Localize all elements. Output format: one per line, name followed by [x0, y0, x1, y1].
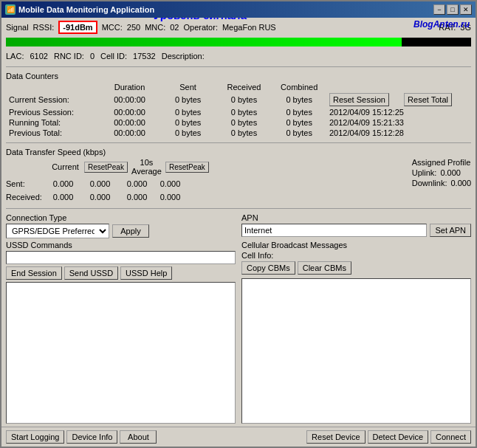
table-row: Running Total: 00:00:00 0 bytes 0 bytes … — [6, 117, 471, 128]
about-button[interactable]: About — [120, 430, 157, 444]
reset-session-button[interactable]: Reset Session — [329, 93, 389, 106]
main-content: Signal RSSI: -91dBm MCC: 250 MNC: 02 Ope… — [1, 18, 476, 427]
cbm-title: Cellular Broadcast Messages — [241, 241, 471, 249]
connection-select[interactable]: GPRS/EDGE Preferred GPRS Only 3G Only Au… — [6, 224, 109, 238]
operator-value: MegaFon RUS — [222, 23, 276, 32]
lac-value: 6102 — [30, 52, 47, 61]
speed-sent-peak2: 0.000 — [154, 179, 187, 188]
clear-cbms-button[interactable]: Clear CBMs — [298, 261, 351, 275]
set-apn-button[interactable]: Set APN — [430, 224, 471, 237]
connection-title: Connection Type — [6, 213, 236, 222]
start-logging-button[interactable]: Start Logging — [6, 430, 64, 444]
reset-peak-button-1[interactable]: ResetPeak — [84, 162, 128, 173]
row-prevtotal-label: Previous Total: — [6, 128, 99, 138]
row-prev-timestamp: 2012/04/09 15:12:25 — [326, 107, 471, 117]
device-info-button[interactable]: Device Info — [66, 430, 117, 444]
row-prev-combined: 0 bytes — [272, 107, 326, 117]
signal-annotation: Уровень сигнала — [154, 18, 247, 21]
speed-col-avg: 10s Average — [130, 158, 163, 176]
reset-total-button[interactable]: Reset Total — [404, 93, 452, 106]
speed-sent-label: Sent: — [6, 179, 47, 188]
row-prevtotal-duration: 00:00:00 — [99, 128, 159, 138]
row-running-received: 0 bytes — [216, 117, 272, 128]
counters-table: Duration Sent Received Combined Current … — [6, 82, 471, 138]
close-button[interactable]: ✕ — [460, 4, 472, 15]
col-sent: Sent — [160, 82, 216, 92]
reset-peak-button-2[interactable]: ResetPeak — [165, 162, 209, 173]
speed-sent-row: Sent: 0.000 0.000 0.000 0.000 — [6, 177, 406, 190]
uplink-row: Uplink: 0.000 — [412, 168, 471, 177]
app-icon: 📶 — [5, 4, 16, 15]
rnc-value: 0 — [90, 52, 95, 61]
desc-label: Description: — [162, 52, 205, 61]
table-row: Previous Total: 00:00:00 0 bytes 0 bytes… — [6, 128, 471, 138]
speed-recv-avg: 0.000 — [120, 193, 154, 201]
row-prev-label: Previous Session: — [6, 107, 99, 117]
row-current-sent: 0 bytes — [160, 92, 216, 107]
ussd-buttons: End Session Send USSD USSD Help — [6, 266, 236, 280]
mnc-label: MNC: — [145, 23, 165, 32]
blog-logo: BlogAnten.ru — [413, 19, 470, 30]
speed-received-row: Received: 0.000 0.000 0.000 0.000 — [6, 190, 406, 204]
apn-section: APN Set APN — [241, 213, 471, 238]
row-prevtotal-sent: 0 bytes — [160, 128, 216, 138]
bottom-bar-right: Reset Device Detect Device Connect — [306, 430, 471, 444]
table-row: Previous Session: 00:00:00 0 bytes 0 byt… — [6, 107, 471, 117]
signal-section: Signal RSSI: -91dBm MCC: 250 MNC: 02 Ope… — [6, 21, 471, 34]
ussd-section: USSD Commands End Session Send USSD USSD… — [6, 241, 236, 424]
apn-input[interactable] — [241, 224, 427, 237]
lac-label: LAC: — [6, 52, 24, 61]
cbm-buttons: Copy CBMs Clear CBMs — [241, 261, 471, 275]
speed-content: Current ResetPeak 10s Average ResetPeak … — [6, 158, 471, 204]
assigned-profile: Assigned Profile Uplink: 0.000 Downlink:… — [412, 158, 471, 187]
copy-cbms-button[interactable]: Copy CBMs — [241, 261, 295, 275]
speed-header: Current ResetPeak 10s Average ResetPeak — [6, 158, 406, 176]
row-prev-sent: 0 bytes — [160, 107, 216, 117]
apn-title: APN — [241, 213, 471, 222]
row-current-label: Current Session: — [6, 92, 99, 107]
uplink-value: 0.000 — [440, 168, 461, 177]
minimize-button[interactable]: − — [433, 4, 445, 15]
row-prev-received: 0 bytes — [216, 107, 272, 117]
counters-title: Data Counters — [6, 72, 471, 80]
row-running-timestamp: 2012/04/09 15:21:33 — [326, 117, 471, 128]
reset-device-button[interactable]: Reset Device — [306, 430, 365, 444]
speed-col-current: Current — [49, 162, 82, 171]
row-running-combined: 0 bytes — [272, 117, 326, 128]
row-running-duration: 00:00:00 — [99, 117, 159, 128]
signal-label: Signal — [6, 23, 29, 32]
maximize-button[interactable]: □ — [447, 4, 459, 15]
connect-button[interactable]: Connect — [430, 430, 471, 444]
uplink-label: Uplink: — [412, 168, 437, 177]
lac-row: LAC: 6102 RNC ID: 0 Cell ID: 17532 Descr… — [6, 52, 471, 61]
signal-row: Signal RSSI: -91dBm MCC: 250 MNC: 02 Ope… — [6, 21, 471, 34]
col-duration: Duration — [99, 82, 159, 92]
row-current-duration: 00:00:00 — [99, 92, 159, 107]
operator-label: Operator: — [183, 23, 217, 32]
title-bar: 📶 Mobile Data Monitoring Application − □… — [1, 1, 476, 18]
speed-section: Data Transfer Speed (kbps) Current Reset… — [6, 148, 471, 204]
row-prevtotal-combined: 0 bytes — [272, 128, 326, 138]
signal-bar-container — [6, 38, 471, 46]
ussd-input[interactable] — [6, 251, 236, 264]
end-session-button[interactable]: End Session — [6, 266, 62, 280]
main-window: 📶 Mobile Data Monitoring Application − □… — [0, 0, 477, 448]
rssi-label: RSSI: — [33, 23, 55, 32]
cell-label: Cell ID: — [100, 52, 127, 61]
send-ussd-button[interactable]: Send USSD — [64, 266, 118, 280]
cell-value: 17532 — [133, 52, 156, 61]
row-prevtotal-received: 0 bytes — [216, 128, 272, 138]
cbm-textarea[interactable] — [241, 278, 471, 424]
mcc-value: 250 — [127, 23, 140, 32]
apply-button[interactable]: Apply — [112, 224, 149, 238]
ussd-help-button[interactable]: USSD Help — [120, 266, 172, 280]
mcc-label: MCC: — [102, 23, 123, 32]
speed-recv-peak2: 0.000 — [154, 193, 187, 201]
speed-title: Data Transfer Speed (kbps) — [6, 148, 106, 156]
col-received: Received — [216, 82, 272, 92]
connection-row: GPRS/EDGE Preferred GPRS Only 3G Only Au… — [6, 224, 236, 238]
row-current-received: 0 bytes — [216, 92, 272, 107]
table-row: Current Session: 00:00:00 0 bytes 0 byte… — [6, 92, 471, 107]
ussd-textarea[interactable] — [6, 282, 236, 424]
detect-device-button[interactable]: Detect Device — [368, 430, 428, 444]
